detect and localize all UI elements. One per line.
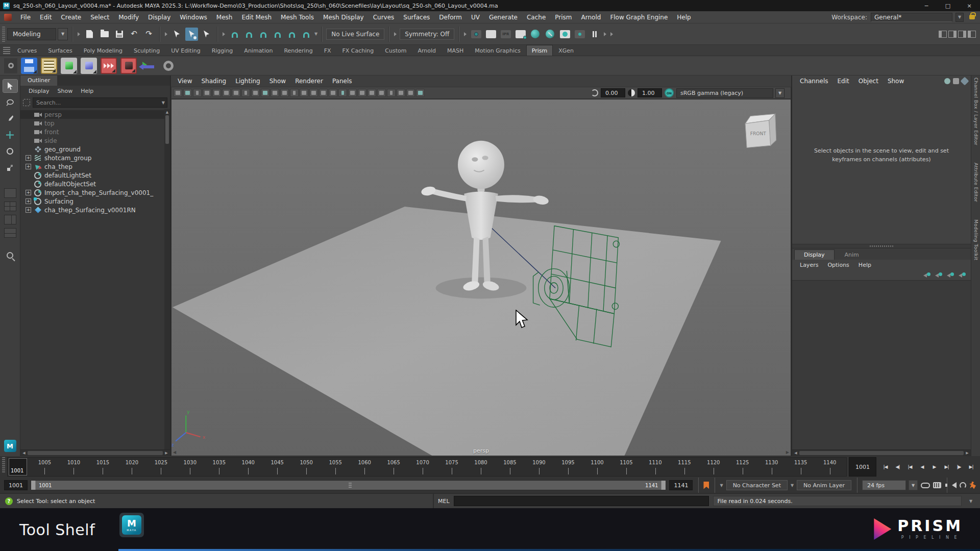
smooth-shade-all[interactable] (319, 89, 328, 97)
isolate-select[interactable] (406, 89, 415, 97)
sync-playback-icon[interactable] (960, 482, 966, 489)
multisample-aa[interactable] (387, 89, 396, 97)
outliner-item-shotcam-group[interactable]: shotcam_group (20, 154, 170, 162)
help-icon[interactable]: ? (5, 497, 13, 505)
safe-action[interactable] (290, 89, 299, 97)
selection-filter-icon[interactable] (23, 99, 30, 106)
go-to-start[interactable]: |◀ (879, 460, 891, 474)
viewport-menu-renderer[interactable]: Renderer (290, 77, 328, 86)
layer-menu-layers[interactable]: Layers (795, 261, 823, 269)
timeline-tick[interactable]: 1025 (146, 458, 176, 476)
shelf-tab-arnold[interactable]: Arnold (412, 45, 442, 56)
viewport-canvas[interactable]: FRONT y x z ◀ ▶ (171, 99, 791, 456)
toggle-renderer-button[interactable] (558, 28, 571, 41)
loop-playback-icon[interactable] (921, 483, 930, 488)
color-management-toggle[interactable]: ON (665, 88, 674, 97)
side-tab-modeling-toolkit[interactable]: Modeling Toolkit (973, 219, 978, 261)
prism-render-local-button[interactable] (120, 58, 137, 74)
snap-options-arrow-icon[interactable]: ▼ (314, 32, 317, 36)
single-pane-layout-button[interactable] (4, 188, 16, 198)
viewport-menu-panels[interactable]: Panels (328, 77, 357, 86)
viewport-menu-lighting[interactable]: Lighting (231, 77, 265, 86)
timeline-tick[interactable]: 1110 (641, 458, 670, 476)
menu-create[interactable]: Create (56, 12, 86, 23)
window-close[interactable]: × (959, 0, 980, 11)
camera-attributes[interactable] (193, 89, 202, 97)
outliner-item-import-cha-thep-surfacing-v0001[interactable]: Import_cha_thep_Surfacing_v0001_ (20, 188, 170, 197)
layer-tab-anim[interactable]: Anim (836, 250, 868, 260)
symmetry-field[interactable]: Symmetry: Off (400, 29, 454, 40)
step-back-frame[interactable]: ◀| (892, 460, 903, 474)
workspace-lock-icon[interactable] (969, 15, 975, 19)
menu-help[interactable]: Help (672, 12, 695, 23)
shelf-tab-rendering[interactable]: Rendering (278, 45, 318, 56)
wireframe[interactable] (309, 89, 318, 97)
timeline-tick[interactable]: 1075 (437, 458, 467, 476)
playblast-icon[interactable] (933, 482, 941, 488)
field-chart[interactable] (280, 89, 289, 97)
hyperbolic-icon[interactable] (961, 77, 969, 86)
select-tool-button[interactable] (3, 80, 17, 92)
search-dropdown-arrow-icon[interactable]: ▼ (162, 101, 165, 105)
view-cube[interactable]: FRONT (745, 114, 776, 147)
shelf-tab-animation[interactable]: Animation (238, 45, 278, 56)
current-frame-field[interactable]: 1001 (849, 457, 876, 477)
timeline-tick[interactable]: 1035 (205, 458, 234, 476)
paint-selection-tool-button[interactable] (3, 112, 17, 125)
timeline-tick[interactable]: 1055 (321, 458, 350, 476)
outliner-scrollbar[interactable]: ▲ (164, 109, 170, 449)
outliner-menu-help[interactable]: Help (77, 87, 97, 95)
timeline-tick[interactable]: 1090 (524, 458, 553, 476)
shelf-tab-custom[interactable]: Custom (379, 45, 412, 56)
timeline-tick[interactable]: 1070 (408, 458, 437, 476)
outliner-tab[interactable]: Outliner (20, 76, 57, 86)
menu-display[interactable]: Display (143, 12, 175, 23)
prism-render-submit-button[interactable] (101, 58, 117, 74)
menu-curves[interactable]: Curves (369, 12, 399, 23)
menu-deform[interactable]: Deform (434, 12, 467, 23)
character-set-selector[interactable]: No Character Set (726, 480, 788, 490)
select-camera[interactable] (174, 89, 182, 97)
scroll-left-icon[interactable]: ◀ (21, 451, 27, 455)
outliner-menu-show[interactable]: Show (54, 87, 77, 95)
show-modeling-toolkit-button[interactable] (968, 31, 976, 38)
resolution-gate[interactable] (261, 89, 270, 97)
fps-dropdown[interactable]: 24 fps (862, 480, 906, 490)
use-all-lights[interactable] (348, 89, 357, 97)
shelf-tab-mash[interactable]: MASH (442, 45, 469, 56)
move-layer-down-icon[interactable] (935, 272, 942, 278)
character-set-arrow-icon[interactable]: ▼ (720, 483, 723, 488)
range-slider[interactable]: 1001 1141 (31, 480, 666, 490)
select-by-hierarchy-button[interactable] (170, 28, 183, 41)
four-pane-layout-button[interactable] (4, 202, 16, 211)
scroll-left-icon[interactable]: ◀ (793, 451, 798, 455)
shelf-tab-uv-editing[interactable]: UV Editing (165, 45, 206, 56)
viewport-menu-view[interactable]: View (173, 77, 197, 86)
timeline-tick[interactable]: 1140 (815, 458, 844, 476)
collapse-chevron-icon[interactable] (223, 32, 225, 36)
menu-mesh-display[interactable]: Mesh Display (318, 12, 369, 23)
timeline-playhead[interactable]: 1001 (9, 458, 27, 475)
shelf-tab-curves[interactable]: Curves (12, 45, 42, 56)
timeline-tick[interactable]: 1085 (496, 458, 525, 476)
anim-layer-arrow-icon[interactable]: ▼ (791, 483, 794, 488)
snap-to-point[interactable] (257, 28, 270, 41)
scroll-right-icon[interactable]: ▶ (164, 451, 169, 455)
timeline-tick[interactable]: 1005 (30, 458, 59, 476)
range-start-handle[interactable] (31, 481, 36, 490)
bookmarks[interactable] (203, 89, 211, 97)
menu-mesh[interactable]: Mesh (212, 12, 237, 23)
collapse-chevron-icon[interactable] (394, 32, 397, 36)
manipulator-icon[interactable] (944, 78, 950, 84)
outliner-item-defaultobjectset[interactable]: defaultObjectSet (20, 180, 170, 188)
outliner-item-persp[interactable]: persp (20, 110, 170, 119)
anim-layer-selector[interactable]: No Anim Layer (797, 480, 851, 490)
film-gate[interactable] (251, 89, 260, 97)
outliner-item-surfacing[interactable]: Surfacing (20, 197, 170, 206)
step-forward-key[interactable]: ▶| (941, 460, 952, 474)
colorspace-dropdown[interactable]: sRGB gamma (legacy) (676, 88, 773, 98)
x-ray[interactable] (416, 89, 425, 97)
scrollbar-thumb[interactable] (165, 115, 169, 144)
status-line-grip[interactable] (2, 27, 5, 42)
grease-pencil[interactable] (232, 89, 240, 97)
